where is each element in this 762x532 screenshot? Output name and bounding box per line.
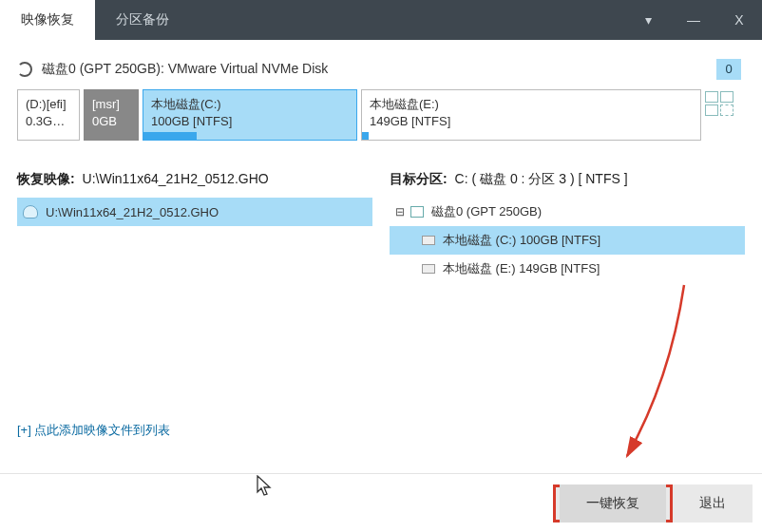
disk-label: 磁盘0 (GPT 250GB): VMware Virtual NVMe Dis… [42, 61, 328, 78]
dropdown-icon[interactable]: ▾ [625, 0, 671, 40]
usage-bar [362, 132, 369, 140]
tree-drive-node[interactable]: 本地磁盘 (E:) 149GB [NTFS] [390, 255, 745, 283]
restore-image-panel: 恢复映像: U:\Win11x64_21H2_0512.GHO U:\Win11… [17, 171, 372, 283]
drive-icon [422, 236, 435, 245]
target-partition-title: 目标分区: [390, 171, 448, 186]
target-partition-value: C: ( 磁盘 0 : 分区 3 ) [ NTFS ] [455, 171, 628, 186]
ghost-file-icon [23, 205, 38, 218]
partition-bar: (D:)[efi]0.3G…[msr]0GB本地磁盘(C:)100GB [NTF… [0, 89, 762, 150]
usage-bar [143, 132, 197, 140]
tree-drive-label: 本地磁盘 (E:) 149GB [NTFS] [443, 260, 600, 277]
image-list-item[interactable]: U:\Win11x64_21H2_0512.GHO [17, 198, 372, 226]
collapse-icon[interactable]: ⊟ [395, 205, 407, 218]
tab-partition-backup[interactable]: 分区备份 [95, 0, 190, 40]
partition-line2: 100GB [NTFS] [151, 113, 349, 130]
partition-block[interactable]: (D:)[efi]0.3G… [17, 89, 80, 141]
disk-header: 磁盘0 (GPT 250GB): VMware Virtual NVMe Dis… [0, 40, 762, 89]
grid-icon [720, 91, 733, 103]
tree-drive-node[interactable]: 本地磁盘 (C:) 100GB [NTFS] [390, 226, 745, 255]
tree-disk-node[interactable]: ⊟ 磁盘0 (GPT 250GB) [390, 198, 745, 226]
minimize-button[interactable]: — [671, 0, 716, 40]
footer: 一键恢复 退出 [0, 473, 762, 532]
grid-icon [705, 104, 718, 116]
target-partition-panel: 目标分区: C: ( 磁盘 0 : 分区 3 ) [ NTFS ] ⊟ 磁盘0 … [390, 171, 745, 283]
partition-line1: 本地磁盘(E:) [370, 96, 693, 113]
refresh-icon[interactable] [17, 62, 32, 77]
tree-drive-label: 本地磁盘 (C:) 100GB [NTFS] [443, 232, 600, 249]
grid-icon [720, 104, 733, 116]
partition-line1: 本地磁盘(C:) [151, 96, 349, 113]
partition-line2: 149GB [NTFS] [370, 113, 693, 130]
close-button[interactable]: X [716, 0, 762, 40]
partition-line1: [msr] [92, 96, 130, 113]
add-image-link[interactable]: [+] 点此添加映像文件到列表 [17, 422, 170, 439]
disk-index-badge[interactable]: 0 [716, 59, 741, 80]
tab-image-restore[interactable]: 映像恢复 [0, 0, 95, 40]
view-toggle[interactable] [705, 89, 739, 141]
image-item-label: U:\Win11x64_21H2_0512.GHO [46, 205, 219, 219]
tree-disk-label: 磁盘0 (GPT 250GB) [431, 203, 542, 220]
one-click-restore-button[interactable]: 一键恢复 [560, 484, 666, 522]
exit-button[interactable]: 退出 [673, 484, 752, 522]
title-bar: 映像恢复 分区备份 ▾ — X [0, 0, 762, 40]
partition-line2: 0.3G… [26, 113, 71, 130]
restore-image-title: 恢复映像: [17, 171, 75, 186]
restore-button-highlight: 一键恢复 [553, 484, 673, 522]
partition-block[interactable]: 本地磁盘(E:)149GB [NTFS] [361, 89, 701, 141]
partition-block[interactable]: [msr]0GB [84, 89, 139, 141]
partition-line2: 0GB [92, 113, 130, 130]
partition-block[interactable]: 本地磁盘(C:)100GB [NTFS] [143, 89, 357, 141]
drive-icon [422, 264, 435, 274]
restore-image-path: U:\Win11x64_21H2_0512.GHO [83, 171, 269, 186]
grid-icon [705, 91, 718, 103]
partition-line1: (D:)[efi] [26, 96, 71, 113]
disk-icon [410, 206, 424, 218]
